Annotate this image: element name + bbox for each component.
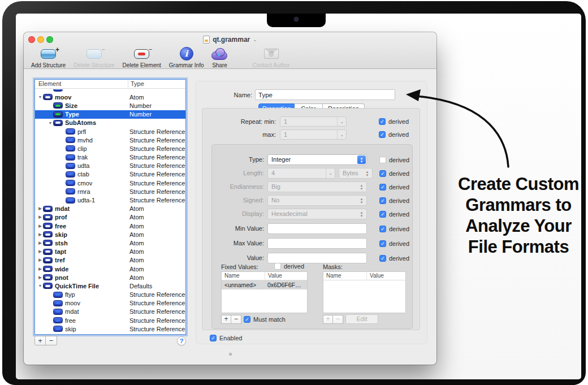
- tree-row[interactable]: [35, 333, 185, 334]
- min-value-derived-checkbox-box[interactable]: ✓: [379, 226, 386, 232]
- help-button[interactable]: ?: [177, 336, 186, 345]
- tree-row[interactable]: freeStructure Reference: [35, 316, 185, 325]
- tree-cell-type: Atom: [128, 257, 185, 263]
- tree-row[interactable]: ▶skipAtom: [35, 230, 185, 239]
- add-element-button[interactable]: +: [34, 336, 46, 345]
- signed-derived-checkbox-box[interactable]: ✓: [379, 197, 386, 204]
- tree-row[interactable]: udtaStructure Reference: [35, 162, 185, 170]
- disclosure-triangle-icon[interactable]: ▼: [47, 121, 53, 125]
- tree-row[interactable]: ▶freeAtom: [35, 222, 185, 230]
- tree-row[interactable]: ▶profAtom: [35, 213, 185, 222]
- display-derived-checkbox[interactable]: ✓derived: [379, 210, 409, 218]
- chevron-down-icon[interactable]: ⌄: [337, 130, 346, 139]
- grammar-tree-panel: Element Type ▼moovAtomSizeNumberTypeNumb…: [34, 79, 186, 335]
- tree-row[interactable]: prflStructure Reference: [35, 127, 185, 136]
- type-derived-checkbox-box[interactable]: [379, 157, 386, 163]
- must-match-checkbox[interactable]: ✓Must match: [244, 315, 286, 323]
- tree-row[interactable]: SizeNumber: [35, 101, 185, 110]
- tree-row[interactable]: cmovStructure Reference: [35, 179, 185, 187]
- popup-stepper-icon[interactable]: ▴▾: [357, 155, 366, 164]
- fixed-values-derived-checkbox[interactable]: derived: [274, 262, 304, 270]
- tree-row[interactable]: rmraStructure Reference: [35, 187, 185, 196]
- repeat-derived-checkbox[interactable]: ✓derived: [379, 118, 409, 126]
- title-chevron-down-icon[interactable]: ⌄: [253, 37, 257, 42]
- tree-cell-type: Structure Reference: [128, 188, 185, 195]
- length-derived-checkbox-box[interactable]: ✓: [379, 170, 386, 177]
- endianness-derived-checkbox-box[interactable]: ✓: [379, 184, 386, 191]
- tree-row[interactable]: ▼QuickTime FileDefaults: [35, 282, 185, 290]
- disclosure-triangle-icon[interactable]: ▶: [37, 224, 43, 228]
- repeat-derived-checkbox-box[interactable]: ✓: [379, 131, 386, 138]
- tree-row[interactable]: ▼moovAtom: [35, 93, 185, 101]
- max-value-field[interactable]: [267, 238, 367, 249]
- disclosure-triangle-icon[interactable]: ▶: [37, 241, 43, 245]
- tree-row[interactable]: ▶trefAtom: [35, 256, 185, 265]
- tree-cell-type: Structure Reference: [128, 197, 185, 204]
- toolbar-delete-element-button[interactable]: −Delete Element: [118, 46, 165, 68]
- name-field[interactable]: [255, 89, 395, 100]
- atom-icon-pill: [68, 191, 73, 193]
- min-value-derived-checkbox[interactable]: ✓derived: [379, 225, 409, 233]
- tree-row[interactable]: ▶stshAtom: [35, 239, 185, 247]
- tree-element-name: mdat: [55, 205, 70, 212]
- fixed-values-remove-button[interactable]: −: [231, 315, 241, 324]
- table-row[interactable]: <unnamed>0x6D6F6F…: [222, 280, 307, 289]
- length-derived-checkbox[interactable]: ✓derived: [379, 170, 409, 178]
- enabled-checkbox-box[interactable]: ✓: [210, 335, 217, 341]
- toolbar-add-structure-button[interactable]: +Add Structure: [27, 46, 70, 68]
- min-value-field[interactable]: [267, 223, 367, 234]
- tree-row[interactable]: moovStructure Reference: [35, 299, 185, 308]
- repeat-max-combo[interactable]: 1⌄: [280, 129, 347, 140]
- tree-row[interactable]: ▼SubAtoms: [35, 119, 185, 127]
- tree-row[interactable]: mvhdStructure Reference: [35, 136, 185, 144]
- disclosure-triangle-icon[interactable]: ▶: [37, 249, 43, 254]
- atom-icon-pill: [45, 225, 50, 227]
- repeat-min-combo[interactable]: 1⌄: [280, 116, 347, 127]
- disclosure-triangle-icon[interactable]: ▼: [37, 284, 43, 288]
- repeat-derived-checkbox[interactable]: ✓derived: [379, 131, 409, 139]
- disclosure-triangle-icon[interactable]: ▶: [37, 232, 43, 237]
- tree-row[interactable]: ctabStructure Reference: [35, 170, 185, 179]
- max-value-derived-checkbox-box[interactable]: ✓: [379, 240, 386, 247]
- atom-icon: [66, 180, 75, 186]
- tree-row[interactable]: ▶taptAtom: [35, 248, 185, 256]
- fixed-values-add-button[interactable]: +: [221, 315, 231, 324]
- tree-row[interactable]: clipStructure Reference: [35, 144, 185, 153]
- toolbar-grammar-info-button[interactable]: iGrammar Info: [165, 46, 208, 68]
- tree-row[interactable]: trakStructure Reference: [35, 153, 185, 162]
- disclosure-triangle-icon[interactable]: ▶: [37, 215, 43, 219]
- tree-row[interactable]: TypeNumber: [35, 110, 185, 119]
- value-derived-checkbox-box[interactable]: ✓: [379, 255, 386, 262]
- tree-row[interactable]: ▶mdatAtom: [35, 205, 185, 213]
- fixed-values-derived-checkbox-box[interactable]: [274, 263, 281, 270]
- tree-row[interactable]: skipStructure Reference: [35, 325, 185, 333]
- tree-row[interactable]: mdatStructure Reference: [35, 308, 185, 316]
- tree-row[interactable]: udta-1Structure Reference: [35, 196, 185, 204]
- type-derived-checkbox[interactable]: derived: [379, 156, 409, 164]
- endianness-derived-checkbox[interactable]: ✓derived: [379, 183, 409, 191]
- disclosure-triangle-icon[interactable]: ▶: [37, 206, 43, 211]
- chevron-down-icon[interactable]: ⌄: [337, 117, 346, 126]
- max-value-derived-checkbox[interactable]: ✓derived: [379, 240, 409, 248]
- signed-derived-checkbox[interactable]: ✓derived: [379, 197, 409, 205]
- masks-table[interactable]: NameValue: [323, 271, 406, 313]
- disclosure-triangle-icon[interactable]: ▶: [37, 275, 43, 280]
- tree-row[interactable]: ftypStructure Reference: [35, 291, 185, 299]
- must-match-checkbox-box[interactable]: ✓: [244, 316, 250, 323]
- disclosure-triangle-icon[interactable]: ▶: [37, 258, 43, 262]
- enabled-checkbox[interactable]: ✓Enabled: [210, 334, 242, 342]
- splitter-handle[interactable]: [229, 353, 232, 356]
- fixed-values-table[interactable]: NameValue<unnamed>0x6D6F6F…: [221, 271, 308, 313]
- value-derived-checkbox[interactable]: ✓derived: [379, 254, 409, 262]
- disclosure-triangle-icon[interactable]: ▶: [37, 267, 43, 271]
- tree-row[interactable]: ▶pnotAtom: [35, 273, 185, 282]
- tree-row[interactable]: ▶wideAtom: [35, 265, 185, 273]
- display-derived-checkbox-box[interactable]: ✓: [379, 211, 386, 218]
- disclosure-triangle-icon[interactable]: ▼: [37, 95, 43, 99]
- repeat-derived-checkbox-box[interactable]: ✓: [379, 118, 386, 125]
- column-divider[interactable]: [128, 80, 128, 88]
- remove-element-button[interactable]: −: [46, 336, 57, 345]
- tree-cell-type: Number: [128, 102, 185, 109]
- toolbar-share-button[interactable]: Share: [207, 46, 231, 68]
- type-popup[interactable]: Integer▴▾: [267, 154, 367, 165]
